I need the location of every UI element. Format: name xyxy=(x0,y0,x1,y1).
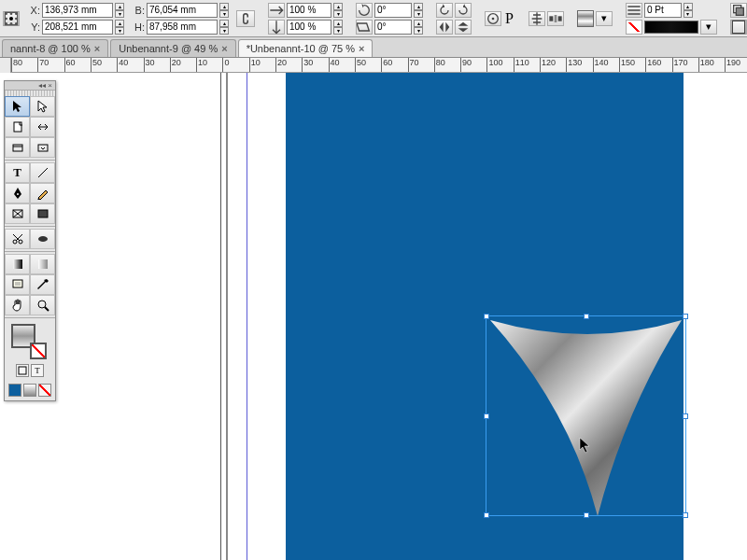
close-icon[interactable]: × xyxy=(359,43,364,54)
stroke-none-icon[interactable] xyxy=(626,20,642,35)
selection-bounding-box xyxy=(486,315,686,516)
pt-spinner[interactable]: ▴▾ xyxy=(684,3,693,18)
reference-point-picker[interactable] xyxy=(3,11,20,26)
rotate-ccw-button[interactable] xyxy=(436,3,453,18)
guide-vertical[interactable] xyxy=(247,73,247,560)
close-icon[interactable]: × xyxy=(221,43,227,54)
svg-rect-19 xyxy=(13,145,22,151)
apply-color-button[interactable] xyxy=(8,384,21,397)
shear-input[interactable] xyxy=(374,20,412,35)
svg-line-35 xyxy=(45,307,49,311)
svg-point-4 xyxy=(5,17,7,20)
flip-h-button[interactable] xyxy=(436,20,453,35)
free-transform-tool[interactable] xyxy=(30,229,55,249)
fill-stroke-swatch[interactable] xyxy=(11,324,49,361)
constrain-proportions-button[interactable] xyxy=(236,10,255,27)
handle-e[interactable] xyxy=(683,413,688,419)
handle-s[interactable] xyxy=(584,512,589,518)
tab-doc-9[interactable]: Unbenannt-9 @ 49 %× xyxy=(110,39,235,57)
rot-spinner[interactable]: ▴▾ xyxy=(414,3,423,18)
sy-spinner[interactable]: ▴▾ xyxy=(333,20,343,35)
page-tool[interactable] xyxy=(5,117,30,137)
apply-none-button[interactable] xyxy=(38,384,51,397)
handle-ne[interactable] xyxy=(683,314,688,319)
shear-icon xyxy=(356,20,373,35)
close-icon[interactable]: × xyxy=(94,43,100,54)
ruler-origin[interactable] xyxy=(0,58,11,73)
gap-tool[interactable] xyxy=(30,117,55,137)
select-content-button[interactable] xyxy=(485,11,501,26)
svg-rect-33 xyxy=(13,280,22,287)
formatting-container-button[interactable] xyxy=(16,364,29,377)
svg-rect-32 xyxy=(38,259,48,269)
scale-x-input[interactable] xyxy=(287,3,331,18)
handle-nw[interactable] xyxy=(484,314,489,319)
panel-collapse-icon[interactable]: ◂◂ × xyxy=(38,81,52,90)
scissors-tool[interactable] xyxy=(5,229,30,249)
pencil-tool[interactable] xyxy=(30,183,55,203)
horizontal-ruler[interactable]: 8070605040302010010203040506070809010011… xyxy=(0,58,747,73)
svg-point-11 xyxy=(492,17,495,20)
distribute-button[interactable] xyxy=(547,11,564,26)
x-input[interactable] xyxy=(42,3,113,18)
x-spinner[interactable]: ▴▾ xyxy=(115,3,124,18)
stroke-style-arrow[interactable]: ▾ xyxy=(700,20,717,35)
pen-tool[interactable] xyxy=(5,183,30,203)
handle-w[interactable] xyxy=(484,413,489,419)
sx-spinner[interactable]: ▴▾ xyxy=(333,3,343,18)
effects-button[interactable] xyxy=(730,3,747,18)
svg-point-1 xyxy=(5,12,7,15)
canvas[interactable] xyxy=(0,73,747,560)
align-button[interactable] xyxy=(529,11,545,26)
svg-line-21 xyxy=(38,168,48,177)
direct-selection-tool[interactable] xyxy=(30,96,55,117)
rectangle-frame-tool[interactable] xyxy=(5,203,30,224)
tab-label: nannt-8 @ 100 % xyxy=(10,43,91,54)
line-tool[interactable] xyxy=(30,162,55,183)
handle-n[interactable] xyxy=(584,314,589,319)
eyedropper-tool[interactable] xyxy=(30,274,55,295)
svg-rect-14 xyxy=(555,15,557,22)
formatting-text-button[interactable]: T xyxy=(31,364,44,377)
svg-rect-30 xyxy=(13,259,22,269)
y-input[interactable] xyxy=(42,20,113,35)
zoom-tool[interactable] xyxy=(30,295,55,315)
fill-swatch[interactable] xyxy=(577,10,594,27)
flip-v-button[interactable] xyxy=(455,20,472,35)
reference-point-group xyxy=(0,11,22,26)
w-spinner[interactable]: ▴▾ xyxy=(219,3,229,18)
shear-spinner[interactable]: ▴▾ xyxy=(414,20,423,35)
h-spinner[interactable]: ▴▾ xyxy=(219,20,229,35)
svg-rect-12 xyxy=(549,16,553,21)
svg-point-2 xyxy=(10,12,13,15)
selection-tool[interactable] xyxy=(5,96,30,117)
paragraph-icon[interactable]: P xyxy=(503,10,515,27)
rotate-input[interactable] xyxy=(374,3,412,18)
handle-sw[interactable] xyxy=(484,512,489,518)
note-tool[interactable] xyxy=(5,274,30,295)
content-placer-tool[interactable] xyxy=(30,137,55,158)
rotate-cw-button[interactable] xyxy=(455,3,472,18)
height-input[interactable] xyxy=(147,20,218,35)
stroke-swatch-big[interactable] xyxy=(30,343,47,359)
rectangle-tool[interactable] xyxy=(30,203,55,224)
type-tool[interactable]: T xyxy=(5,162,30,183)
width-input[interactable] xyxy=(147,3,218,18)
fill-dropdown[interactable]: ▾ xyxy=(596,11,613,26)
w-label: B: xyxy=(132,5,145,16)
panel-header[interactable]: ◂◂ × xyxy=(5,81,55,91)
scale-y-input[interactable] xyxy=(287,20,331,35)
wrap-button[interactable] xyxy=(730,20,747,35)
y-spinner[interactable]: ▴▾ xyxy=(115,20,124,35)
hand-tool[interactable] xyxy=(5,295,30,315)
gradient-swatch-tool[interactable] xyxy=(5,254,30,274)
stroke-style-dropdown[interactable] xyxy=(644,21,698,34)
tab-doc-8[interactable]: nannt-8 @ 100 %× xyxy=(2,39,108,57)
handle-se[interactable] xyxy=(683,512,688,518)
content-collector-tool[interactable] xyxy=(5,137,30,158)
apply-gradient-button[interactable] xyxy=(23,384,36,397)
rotate-icon xyxy=(356,3,373,18)
tab-doc-10[interactable]: *Unbenannt-10 @ 75 %× xyxy=(238,39,374,57)
gradient-feather-tool[interactable] xyxy=(30,254,55,274)
stroke-weight-input[interactable] xyxy=(644,3,682,18)
